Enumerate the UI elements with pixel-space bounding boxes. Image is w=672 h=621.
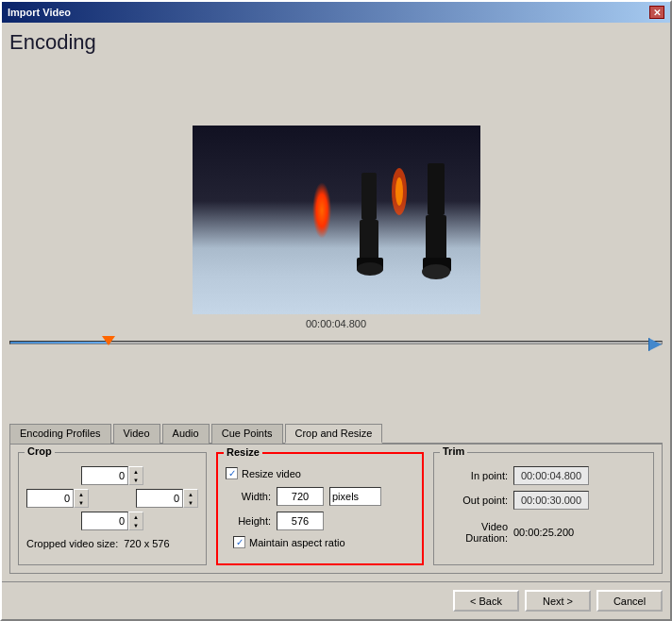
tabs-row: Encoding Profiles Video Audio Cue Points… — [9, 423, 663, 445]
height-row: Height: — [226, 512, 414, 530]
duration-value: 00:00:25.200 — [513, 527, 574, 538]
timeline-handle[interactable] — [102, 336, 115, 345]
spin-up-icon[interactable]: ▲ — [129, 467, 143, 476]
content-area: Encoding — [2, 23, 670, 581]
resize-checkbox-row: ✓ Resize video — [226, 467, 414, 479]
duration-label: Video Duration: — [442, 521, 508, 544]
timeline-bar[interactable] — [9, 333, 663, 352]
tab-audio[interactable]: Audio — [162, 424, 210, 444]
spin-up-icon[interactable]: ▲ — [184, 490, 197, 498]
crop-section-label: Crop — [25, 445, 55, 457]
tab-cue-points[interactable]: Cue Points — [211, 424, 283, 444]
main-window: Import Video ✕ Encoding — [0, 0, 672, 621]
crop-right-input[interactable] — [136, 489, 183, 508]
width-label: Width: — [226, 491, 271, 502]
in-point-row: In point: — [442, 466, 646, 485]
crop-top-spinner[interactable]: ▲ ▼ — [128, 466, 143, 485]
out-point-input[interactable] — [513, 491, 589, 510]
title-bar: Import Video ✕ — [2, 2, 670, 23]
timeline-track[interactable] — [9, 341, 663, 344]
tabs-area: Encoding Profiles Video Audio Cue Points… — [9, 423, 663, 574]
bottom-bar: < Back Next > Cancel — [2, 581, 670, 619]
resize-checkbox[interactable]: ✓ — [226, 467, 238, 479]
tab-video[interactable]: Video — [113, 424, 160, 444]
svg-point-7 — [357, 262, 383, 276]
cropped-size-label: Cropped video size: — [26, 538, 118, 549]
crop-top-input[interactable] — [81, 466, 128, 485]
height-label: Height: — [226, 515, 271, 527]
unit-dropdown-wrapper: pixels percent — [329, 487, 381, 506]
crop-bottom-input[interactable] — [81, 512, 128, 530]
duration-row: Video Duration: 00:00:25.200 — [442, 521, 646, 544]
video-frame — [193, 126, 480, 314]
crop-bottom-spinner[interactable]: ▲ ▼ — [128, 512, 143, 530]
cropped-size-row: Cropped video size: 720 x 576 — [26, 538, 198, 549]
svg-rect-4 — [361, 173, 377, 220]
video-thumbnail — [193, 126, 480, 314]
skater-svg — [352, 163, 465, 286]
height-input[interactable] — [277, 512, 324, 530]
maintain-aspect-checkbox[interactable]: ✓ — [233, 536, 245, 548]
resize-section: Resize ✓ Resize video Width: pixels perc… — [216, 452, 424, 565]
width-row: Width: pixels percent — [226, 487, 414, 506]
spin-up-icon[interactable]: ▲ — [129, 512, 143, 521]
cancel-button[interactable]: Cancel — [596, 590, 663, 612]
timeline-end-handle[interactable] — [648, 338, 662, 351]
close-button[interactable]: ✕ — [649, 6, 664, 19]
in-point-input[interactable] — [513, 466, 589, 485]
svg-rect-5 — [360, 220, 378, 262]
window-title: Import Video — [8, 7, 71, 18]
unit-dropdown[interactable]: pixels percent — [329, 487, 381, 506]
in-point-label: In point: — [442, 470, 508, 481]
next-button[interactable]: Next > — [525, 590, 591, 612]
tab-encoding-profiles[interactable]: Encoding Profiles — [9, 424, 111, 444]
video-preview-area: 00:00:04.800 — [9, 60, 663, 417]
out-point-row: Out point: — [442, 491, 646, 510]
spin-up-icon[interactable]: ▲ — [75, 490, 88, 498]
resize-section-label: Resize — [224, 446, 262, 458]
timeline-fill — [10, 342, 109, 344]
crop-section: Crop ▲ ▼ ▲ ▼ — [18, 452, 207, 565]
spin-down-icon[interactable]: ▼ — [75, 498, 88, 507]
width-input[interactable] — [277, 487, 324, 506]
crop-left-input[interactable] — [26, 489, 74, 508]
tab-crop-and-resize[interactable]: Crop and Resize — [285, 424, 383, 444]
video-timestamp: 00:00:04.800 — [306, 318, 366, 329]
maintain-aspect-row: ✓ Maintain aspect ratio — [226, 536, 414, 548]
spin-down-icon[interactable]: ▼ — [129, 476, 143, 484]
svg-point-9 — [395, 177, 403, 206]
orange-light — [312, 182, 331, 239]
page-title: Encoding — [9, 30, 663, 55]
svg-rect-1 — [426, 215, 446, 262]
trim-section: Trim In point: Out point: Video Duration… — [433, 452, 654, 565]
resize-checkbox-label: Resize video — [242, 468, 301, 479]
out-point-label: Out point: — [442, 495, 508, 506]
crop-left-spinner[interactable]: ▲ ▼ — [74, 489, 89, 508]
svg-point-3 — [422, 264, 450, 279]
spin-down-icon[interactable]: ▼ — [184, 498, 197, 507]
spin-down-icon[interactable]: ▼ — [129, 521, 143, 529]
svg-rect-0 — [428, 163, 445, 215]
trim-section-label: Trim — [440, 445, 467, 457]
tab-content: Crop ▲ ▼ ▲ ▼ — [9, 445, 663, 574]
crop-right-spinner[interactable]: ▲ ▼ — [183, 489, 198, 508]
cropped-size-value: 720 x 576 — [124, 538, 169, 549]
maintain-aspect-label: Maintain aspect ratio — [249, 537, 345, 548]
back-button[interactable]: < Back — [453, 590, 519, 612]
